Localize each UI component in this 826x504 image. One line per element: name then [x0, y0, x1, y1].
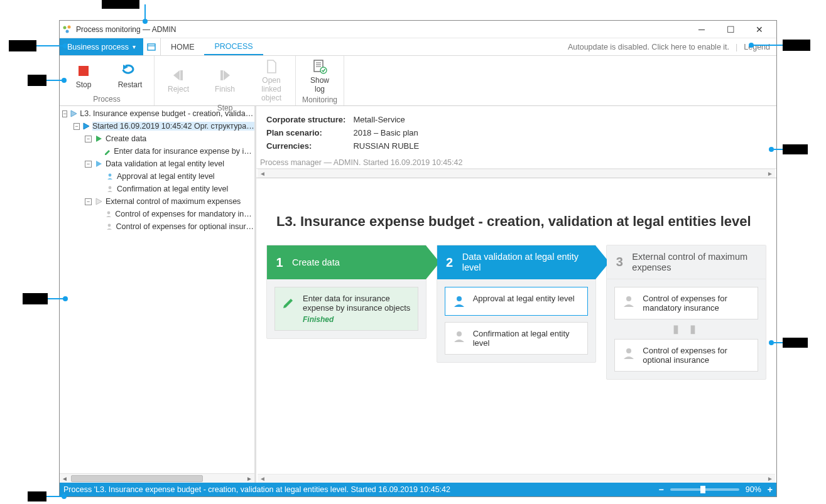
svg-point-15: [320, 67, 327, 73]
open-linked-label: Open linked object: [253, 77, 290, 102]
legend-link[interactable]: Legend: [744, 43, 770, 51]
body: − L3. Insurance expense budget - creatio…: [60, 106, 776, 483]
pencil-icon: [104, 147, 111, 155]
zoom-slider[interactable]: [670, 488, 739, 491]
scroll-thumb[interactable]: [71, 475, 203, 482]
zoom-in-button[interactable]: +: [768, 485, 773, 495]
tree-confirmation[interactable]: Confirmation at legal entity level: [60, 183, 254, 195]
show-log-button[interactable]: Show log: [301, 58, 339, 94]
card-approval[interactable]: Approval at legal entity level: [445, 287, 589, 316]
tab-process[interactable]: PROCESS: [204, 38, 263, 55]
tree-mandatory-control[interactable]: Control of expenses for mandatory insura…: [60, 208, 254, 220]
dropdown-icon: ▾: [133, 43, 136, 50]
tree-started[interactable]: − Started 16.09.2019 10:45:42 Орг. струк…: [60, 120, 254, 132]
tree-optional-control[interactable]: Control of expenses for optional insuran…: [60, 220, 254, 233]
svg-point-25: [457, 296, 462, 301]
play-outline-icon: [94, 198, 103, 205]
restart-button[interactable]: Restart: [111, 63, 149, 90]
plan-scenario-label: Plan scenario:: [266, 127, 352, 139]
group-monitoring-label: Monitoring: [301, 94, 339, 106]
collapse-icon[interactable]: −: [62, 110, 67, 117]
person-icon: [106, 185, 114, 193]
tab-home[interactable]: HOME: [161, 38, 205, 55]
stop-button[interactable]: Stop: [65, 63, 102, 90]
window-title: Process monitoring — ADMIN: [76, 25, 176, 34]
card-title: Control of expenses for optional insuran…: [643, 346, 751, 365]
person-icon: [105, 223, 113, 230]
process-tree[interactable]: − L3. Insurance expense budget - creatio…: [60, 106, 254, 473]
svg-point-21: [109, 186, 112, 190]
tree-root[interactable]: − L3. Insurance expense budget - creatio…: [60, 107, 254, 120]
collapse-icon[interactable]: −: [85, 198, 92, 205]
scroll-right-icon[interactable]: ►: [244, 475, 254, 482]
stage-label: Data validation at legal entity level: [462, 252, 596, 272]
svg-point-1: [68, 25, 71, 28]
svg-marker-18: [96, 136, 102, 142]
reject-button: Reject: [160, 67, 197, 94]
group-process-label: Process: [65, 94, 149, 105]
stage-1[interactable]: 1 Create data Enter data for insurance e…: [266, 245, 427, 339]
scroll-right-icon[interactable]: ►: [765, 170, 775, 177]
reject-icon: [171, 67, 186, 83]
finish-button: Finish: [206, 67, 244, 94]
document-icon: [264, 58, 278, 75]
quick-access-button[interactable]: [143, 38, 161, 55]
svg-marker-7: [173, 70, 180, 80]
ribbon-group-monitoring: Show log Monitoring: [296, 56, 344, 105]
card-enter-data[interactable]: Enter data for insurance expense by insu…: [274, 287, 418, 331]
stage-2[interactable]: 2 Data validation at legal entity level …: [437, 245, 597, 363]
stage-number: 3: [607, 255, 632, 269]
autoupdate-link[interactable]: Autoupdate is disabled. Click here to en…: [568, 43, 729, 51]
business-process-menu[interactable]: Business process ▾: [60, 38, 143, 55]
window-close-button[interactable]: ✕: [745, 21, 774, 38]
play-filled-icon: [94, 135, 103, 142]
svg-rect-3: [148, 44, 155, 50]
card-status: Finished: [303, 315, 411, 324]
diagram-pane[interactable]: L3. Insurance expense budget - creation,…: [256, 178, 776, 474]
collapse-icon[interactable]: −: [73, 123, 80, 130]
tree-approval[interactable]: Approval at legal entity level: [60, 170, 254, 183]
scroll-left-icon[interactable]: ◄: [60, 475, 70, 482]
play-icon: [94, 160, 103, 168]
zoom-out-button[interactable]: −: [659, 485, 664, 495]
svg-marker-19: [96, 161, 102, 167]
currencies-label: Currencies:: [266, 140, 352, 152]
tree-hscrollbar[interactable]: ◄ ►: [60, 473, 254, 483]
status-text: Process 'L3. Insurance expense budget - …: [63, 485, 450, 494]
tree-pane: − L3. Insurance expense budget - creatio…: [60, 106, 256, 483]
play-icon: [82, 122, 90, 130]
svg-rect-9: [220, 70, 223, 80]
tree-label: Enter data for insurance expense by insu…: [114, 147, 254, 156]
info-hscrollbar[interactable]: ◄ ►: [258, 169, 775, 178]
scroll-left-icon[interactable]: ◄: [258, 170, 268, 177]
ribbon-group-step: Reject Finish Open linked object Step: [155, 56, 296, 105]
stop-label: Stop: [76, 81, 92, 90]
ribbon: Stop Restart Process Reject Finish: [60, 56, 776, 106]
scroll-left-icon[interactable]: ◄: [258, 475, 268, 482]
reject-label: Reject: [168, 85, 189, 94]
card-title: Control of expenses for mandatory insura…: [643, 294, 751, 313]
tree-create-data[interactable]: − Create data: [60, 132, 254, 145]
svg-point-23: [107, 212, 111, 215]
currencies-value: RUSSIAN RUBLE: [353, 140, 425, 152]
scroll-right-icon[interactable]: ►: [765, 475, 775, 482]
finish-label: Finish: [215, 85, 235, 94]
svg-point-2: [66, 29, 69, 33]
stage-3[interactable]: 3 External control of maximum expenses C…: [606, 245, 766, 380]
title-bar: Process monitoring — ADMIN ─ ☐ ✕: [60, 21, 776, 38]
card-confirmation[interactable]: Confirmation at legal entity level: [445, 322, 589, 355]
collapse-icon[interactable]: −: [85, 136, 92, 142]
tree-data-validation[interactable]: − Data validation at legal entity level: [60, 158, 254, 170]
restart-icon: [121, 63, 139, 79]
window-maximize-button[interactable]: ☐: [716, 21, 745, 38]
collapse-icon[interactable]: −: [85, 161, 92, 168]
tree-external-control[interactable]: − External control of maximum expenses: [60, 195, 254, 208]
log-icon: [312, 58, 328, 75]
card-mandatory-control[interactable]: Control of expenses for mandatory insura…: [614, 287, 758, 319]
card-optional-control[interactable]: Control of expenses for optional insuran…: [614, 339, 758, 372]
window-minimize-button[interactable]: ─: [687, 21, 716, 38]
diagram-hscrollbar[interactable]: ◄ ►: [258, 474, 775, 483]
svg-point-27: [626, 296, 631, 301]
person-icon: [621, 294, 636, 309]
tree-enter-data[interactable]: Enter data for insurance expense by insu…: [60, 145, 254, 158]
